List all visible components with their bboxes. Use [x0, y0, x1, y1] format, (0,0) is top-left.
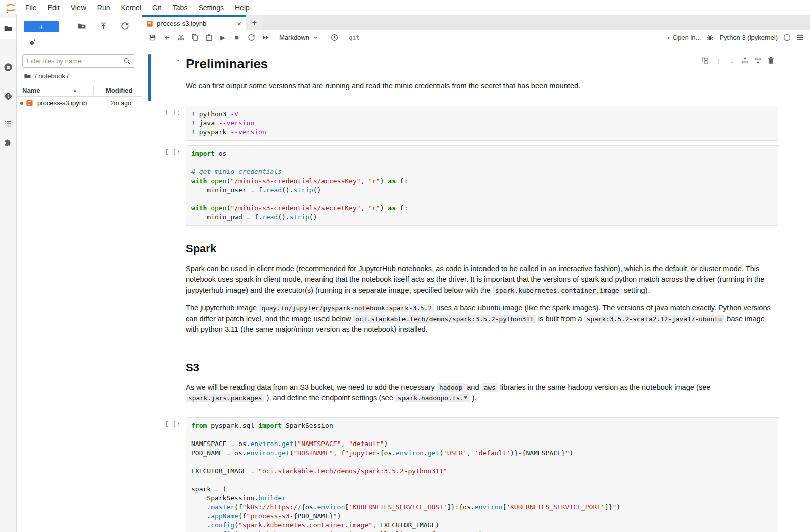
collapse-heading-icon[interactable]: ▾	[165, 57, 180, 64]
chevron-down-icon	[313, 35, 318, 40]
close-tab-icon[interactable]: ×	[237, 20, 241, 27]
cell-type-value: Markdown	[279, 34, 309, 41]
markdown-body[interactable]: S3As we will be reading data from an S3 …	[186, 349, 778, 413]
file-browser-panel: + / notebook / Name ▲ Modified process-s…	[17, 15, 142, 532]
delete-icon[interactable]	[767, 56, 775, 65]
move-down-icon[interactable]: ↓	[727, 56, 736, 65]
stop-circle-icon	[4, 63, 13, 72]
caret-down-icon: ▾	[667, 35, 670, 40]
git-icon	[4, 92, 13, 101]
home-folder-icon[interactable]	[24, 72, 31, 80]
file-browser-toolbar: +	[17, 15, 142, 34]
markdown-paragraph: Spark can be used in client mode (recomm…	[186, 263, 778, 296]
paste-icon	[205, 34, 213, 41]
code-editor[interactable]: ! python3 -V! java --version! pyspark --…	[186, 106, 778, 141]
open-in-dropdown[interactable]: ▾ Open in...	[667, 34, 701, 41]
menu-run[interactable]: Run	[92, 1, 116, 14]
code-editor[interactable]: import os# get minio credentialswith ope…	[186, 145, 778, 226]
add-button[interactable]: +	[159, 31, 174, 44]
folder-icon	[4, 24, 13, 33]
sidebar-tab-running-sessions[interactable]	[0, 57, 16, 78]
column-modified[interactable]: Modified	[106, 86, 132, 94]
save-icon	[149, 34, 156, 41]
file-browser-secondary-toolbar	[17, 34, 142, 51]
menu-git[interactable]: Git	[147, 1, 167, 14]
code-cell: [ ]:import os# get minio credentialswith…	[148, 145, 778, 226]
filter-files-box[interactable]	[22, 54, 135, 68]
kernel-status-icon	[783, 34, 791, 41]
menu-kernel[interactable]: Kernel	[115, 1, 146, 14]
new-folder-icon[interactable]	[77, 22, 86, 30]
cell-prompt	[151, 349, 186, 413]
menu-file[interactable]: File	[20, 1, 42, 14]
column-divider	[93, 86, 94, 95]
cell-type-dropdown[interactable]: Markdown	[279, 34, 318, 41]
insert-above-icon[interactable]	[741, 56, 749, 65]
copy-button[interactable]	[188, 31, 202, 44]
menu-help[interactable]: Help	[229, 1, 255, 14]
markdown-heading: Spark	[186, 242, 778, 255]
cut-button[interactable]	[174, 31, 188, 44]
sidebar-tab-table-of-contents[interactable]	[0, 113, 16, 134]
run-icon: ▶	[219, 34, 227, 41]
markdown-cell: ▾PreliminariesWe can first output some v…	[148, 54, 778, 101]
notebook-toolbar: +▶■ Markdown git ▾ Open in... Python 3	[142, 30, 810, 45]
kernel-name[interactable]: Python 3 (ipykernel)	[719, 34, 778, 41]
stop-icon: ■	[233, 34, 241, 41]
notebook-content: ▾PreliminariesWe can first output some v…	[142, 45, 810, 532]
markdown-cell: SparkSpark can be used in client mode (r…	[148, 230, 778, 344]
sidebar-tab-git-panel[interactable]	[0, 85, 16, 107]
column-name[interactable]: Name	[22, 86, 40, 94]
hamburger-menu-icon[interactable]	[796, 34, 804, 41]
breadcrumb[interactable]: / notebook /	[17, 69, 142, 83]
markdown-paragraph: We can first output some versions that a…	[186, 81, 778, 92]
execution-time-icon[interactable]	[328, 31, 342, 44]
cell-prompt: [ ]:	[151, 417, 186, 532]
paste-button[interactable]	[202, 31, 216, 44]
git-status-label[interactable]: git	[349, 34, 360, 41]
markdown-cell: S3As we will be reading data from an S3 …	[148, 349, 778, 413]
file-list-header: Name ▲ Modified	[17, 84, 142, 97]
tab-bar: process-s3.ipynb × +	[142, 15, 810, 30]
menu-edit[interactable]: Edit	[42, 1, 65, 14]
upload-icon[interactable]	[99, 22, 108, 30]
markdown-body[interactable]: PreliminariesWe can first output some ve…	[186, 54, 778, 101]
cell-prompt: [ ]:	[151, 145, 186, 226]
save-button[interactable]	[145, 31, 159, 44]
menu-bar-items: FileEditViewRunKernelGitTabsSettingsHelp	[20, 3, 255, 12]
menu-view[interactable]: View	[65, 1, 92, 14]
menu-tabs[interactable]: Tabs	[167, 1, 193, 14]
cell-prompt: [ ]:	[151, 106, 186, 141]
refresh-icon[interactable]	[121, 22, 129, 30]
notebook-file-icon	[26, 99, 33, 107]
new-launcher-button[interactable]: +	[24, 21, 59, 32]
stop-button[interactable]: ■	[230, 31, 244, 44]
file-row[interactable]: process-s3.ipynb2m ago	[17, 97, 142, 109]
restart-button[interactable]	[244, 31, 258, 44]
markdown-heading: S3	[186, 361, 778, 374]
open-file-dot	[20, 102, 23, 105]
tab-process-s3[interactable]: process-s3.ipynb ×	[142, 15, 246, 30]
puzzle-icon	[4, 138, 13, 147]
filter-files-input[interactable]	[27, 57, 123, 65]
sidebar-icon-strip	[0, 15, 17, 532]
menu-bar: FileEditViewRunKernelGitTabsSettingsHelp	[0, 0, 810, 15]
sidebar-tab-extension-manager[interactable]	[0, 132, 16, 153]
menu-settings[interactable]: Settings	[193, 1, 229, 14]
debugger-bug-icon[interactable]	[706, 34, 714, 41]
fast-forward-button[interactable]	[258, 31, 272, 44]
new-tab-button[interactable]: +	[246, 15, 263, 30]
code-cell: [ ]:! python3 -V! java --version! pyspar…	[148, 106, 778, 141]
breadcrumb-path: / notebook /	[35, 72, 69, 80]
run-button[interactable]: ▶	[216, 31, 230, 44]
sidebar-tab-file-browser[interactable]	[0, 18, 16, 39]
main-area: process-s3.ipynb × + +▶■ Markdown git ▾ …	[142, 15, 810, 532]
code-editor[interactable]: from pyspark.sql import SparkSessionNAME…	[186, 417, 778, 532]
sort-caret-icon: ▲	[73, 88, 77, 93]
insert-below-icon[interactable]	[754, 56, 762, 65]
git-clone-icon[interactable]	[28, 39, 36, 47]
markdown-body[interactable]: SparkSpark can be used in client mode (r…	[186, 230, 778, 344]
cut-icon	[177, 34, 185, 41]
duplicate-icon[interactable]	[701, 56, 710, 65]
move-up-icon[interactable]: ↑	[714, 56, 723, 65]
